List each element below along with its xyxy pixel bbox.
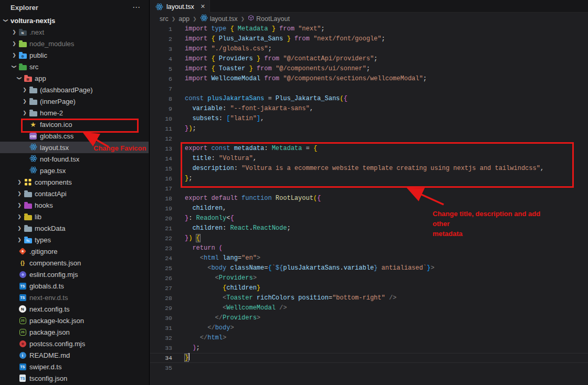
tree-item-tsconfig.json[interactable]: TStsconfig.json: [0, 372, 149, 384]
code-line-4[interactable]: 4import { Providers } from "@/contactApi…: [150, 54, 588, 64]
line-number[interactable]: 5: [150, 64, 172, 74]
chevron-right-icon[interactable]: ❯: [16, 237, 23, 242]
chevron-right-icon[interactable]: ❯: [10, 52, 18, 58]
tree-item-components[interactable]: ❯components: [0, 176, 149, 188]
tree-item-voltura-nextjs[interactable]: ❯voltura-nextjs: [0, 15, 149, 26]
line-number[interactable]: 33: [150, 343, 172, 353]
line-number[interactable]: 30: [150, 313, 172, 323]
line-number[interactable]: 6: [150, 74, 172, 84]
chevron-right-icon[interactable]: ❯: [16, 179, 23, 185]
breadcrumb-item-RootLayout[interactable]: RootLayout: [248, 15, 290, 23]
tree-item-swiper.d.ts[interactable]: TSswiper.d.ts: [0, 361, 149, 372]
code-line-8[interactable]: 8const plusJakartaSans = Plus_Jakarta_Sa…: [150, 94, 588, 104]
line-number[interactable]: 22: [150, 233, 172, 243]
chevron-right-icon[interactable]: ❯: [10, 41, 18, 46]
chevron-down-icon[interactable]: ❯: [12, 63, 17, 70]
code-line-32[interactable]: 32 </html>: [150, 333, 588, 343]
code-line-35[interactable]: 35: [150, 363, 588, 373]
chevron-right-icon[interactable]: ❯: [16, 226, 23, 231]
code-line-23[interactable]: 23 return (: [150, 243, 588, 253]
tree-item-innerPage[interactable]: ❯(innerPage): [0, 95, 149, 107]
code-line-11[interactable]: 11});: [150, 124, 588, 134]
code-line-15[interactable]: 15 description: "Voltura is a ecommerce …: [150, 164, 588, 174]
tree-item-mockData[interactable]: ❯mockData: [0, 222, 149, 234]
code-line-12[interactable]: 12: [150, 134, 588, 144]
tree-item-not-found.tsx[interactable]: not-found.tsx: [0, 153, 149, 165]
line-number[interactable]: 34: [150, 353, 172, 363]
line-number[interactable]: 20: [150, 213, 172, 223]
code-line-26[interactable]: 26 <Providers>: [150, 273, 588, 283]
chevron-right-icon[interactable]: ❯: [16, 214, 23, 219]
line-number[interactable]: 9: [150, 104, 172, 114]
breadcrumb-item-app[interactable]: app: [178, 15, 190, 23]
tree-item-favicon.ico[interactable]: ★favicon.ico: [0, 119, 149, 130]
tree-item-contactApi[interactable]: ❯contactApi: [0, 188, 149, 199]
tree-item-.next[interactable]: ❯N.next: [0, 26, 149, 38]
line-number[interactable]: 11: [150, 124, 172, 134]
breadcrumb-item-layout.tsx[interactable]: layout.tsx: [200, 14, 238, 23]
line-number[interactable]: 12: [150, 134, 172, 144]
line-number[interactable]: 25: [150, 263, 172, 273]
line-number[interactable]: 28: [150, 293, 172, 303]
line-number[interactable]: 15: [150, 164, 172, 174]
line-number[interactable]: 7: [150, 84, 172, 94]
line-number[interactable]: 32: [150, 333, 172, 343]
tree-item-src[interactable]: ❯src: [0, 61, 149, 72]
code-line-25[interactable]: 25 <body className={`${plusJakartaSans.v…: [150, 263, 588, 273]
chevron-right-icon[interactable]: ❯: [16, 202, 23, 208]
chevron-down-icon[interactable]: ❯: [3, 17, 8, 24]
tree-item-next-env.d.ts[interactable]: TSnext-env.d.ts: [0, 292, 149, 303]
tree-item-package.json[interactable]: JSpackage.json: [0, 326, 149, 338]
tree-item-package-lock.json[interactable]: JSpackage-lock.json: [0, 315, 149, 326]
code-line-34[interactable]: 34}: [150, 353, 588, 363]
code-line-9[interactable]: 9 variable: "--font-jakarta-sans",: [150, 104, 588, 114]
code-line-17[interactable]: 17: [150, 184, 588, 194]
line-number[interactable]: 17: [150, 184, 172, 194]
tree-item-components.json[interactable]: {}components.json: [0, 257, 149, 269]
code-line-24[interactable]: 24 <html lang="en">: [150, 253, 588, 263]
code-line-6[interactable]: 6import WellcomeModal from "@/components…: [150, 74, 588, 84]
line-number[interactable]: 8: [150, 94, 172, 104]
line-number[interactable]: 18: [150, 194, 172, 204]
chevron-right-icon[interactable]: ❯: [10, 29, 18, 35]
breadcrumb-item-src[interactable]: src: [160, 15, 169, 23]
line-number[interactable]: 13: [150, 144, 172, 154]
code-line-29[interactable]: 29 <WellcomeModal />: [150, 303, 588, 313]
code-line-5[interactable]: 5import { Toaster } from "@/components/u…: [150, 64, 588, 74]
chevron-right-icon[interactable]: ❯: [21, 87, 28, 92]
line-number[interactable]: 23: [150, 243, 172, 253]
tree-item-app[interactable]: ❯▦app: [0, 72, 149, 84]
code-line-10[interactable]: 10 subsets: ["latin"],: [150, 114, 588, 124]
tree-item-home-2[interactable]: ❯home-2: [0, 107, 149, 119]
tree-item-page.tsx[interactable]: page.tsx: [0, 165, 149, 176]
line-number[interactable]: 19: [150, 204, 172, 213]
line-number[interactable]: 14: [150, 154, 172, 164]
code-line-7[interactable]: 7: [150, 84, 588, 94]
code-line-31[interactable]: 31 </body>: [150, 323, 588, 333]
code-line-30[interactable]: 30 </Providers>: [150, 313, 588, 323]
code-line-14[interactable]: 14 title: "Voltura",: [150, 154, 588, 164]
chevron-right-icon[interactable]: ❯: [16, 191, 23, 196]
tree-item-hooks[interactable]: ❯hooks: [0, 199, 149, 211]
line-number[interactable]: 4: [150, 54, 172, 64]
code-line-16[interactable]: 16};: [150, 174, 588, 184]
tree-item-.gitignore[interactable]: .gitignore: [0, 245, 149, 257]
line-number[interactable]: 27: [150, 283, 172, 293]
code-line-1[interactable]: 1import type { Metadata } from "next";: [150, 24, 588, 34]
tree-item-types[interactable]: ❯Tstypes: [0, 234, 149, 245]
tree-item-next.config.ts[interactable]: Nnext.config.ts: [0, 303, 149, 315]
code-line-3[interactable]: 3import "./globals.css";: [150, 44, 588, 54]
tree-item-public[interactable]: ❯◍public: [0, 49, 149, 61]
tree-item-eslint.config.mjs[interactable]: eslint.config.mjs: [0, 269, 149, 280]
line-number[interactable]: 24: [150, 253, 172, 263]
line-number[interactable]: 35: [150, 363, 172, 373]
line-number[interactable]: 31: [150, 323, 172, 333]
tree-item-node_modules[interactable]: ❯node_modules: [0, 38, 149, 49]
line-number[interactable]: 26: [150, 273, 172, 283]
code-line-18[interactable]: 18export default function RootLayout({: [150, 194, 588, 204]
tree-item-lib[interactable]: ❯lib: [0, 211, 149, 222]
close-icon[interactable]: ✕: [201, 3, 205, 10]
more-actions-icon[interactable]: ⋯: [132, 3, 141, 12]
tree-item-globals.d.ts[interactable]: TSglobals.d.ts: [0, 280, 149, 292]
line-number[interactable]: 29: [150, 303, 172, 313]
